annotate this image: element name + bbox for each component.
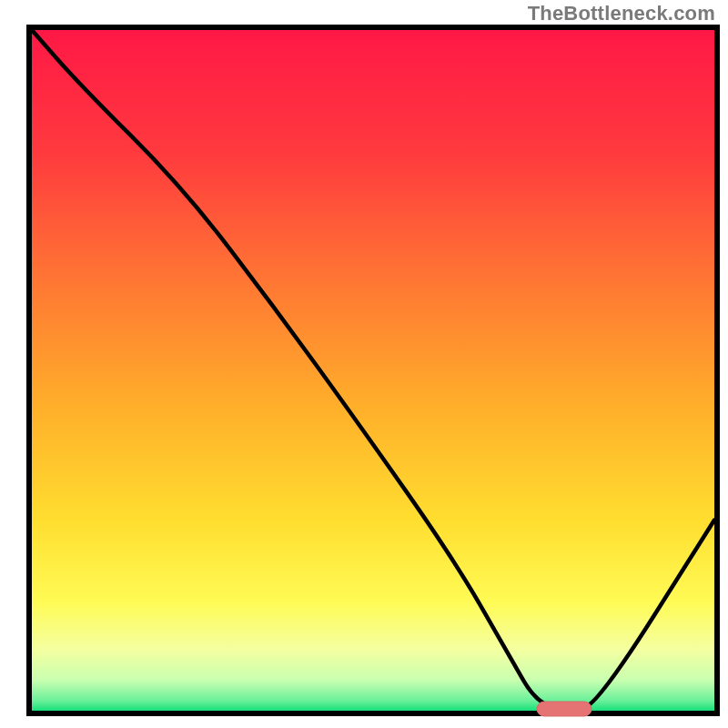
bottleneck-chart bbox=[0, 0, 728, 728]
plot-background bbox=[32, 30, 714, 711]
attribution-text: TheBottleneck.com bbox=[528, 2, 715, 25]
optimum-marker bbox=[537, 702, 592, 716]
